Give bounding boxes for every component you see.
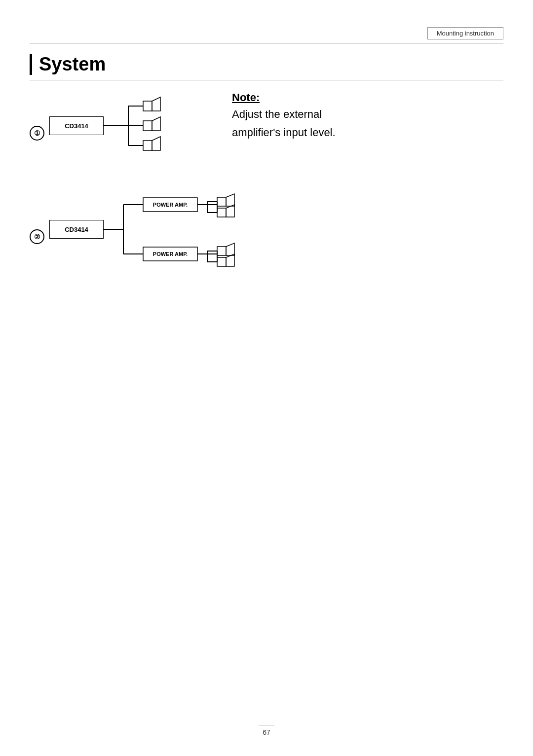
page-title: System bbox=[30, 54, 503, 75]
svg-rect-32 bbox=[217, 257, 226, 266]
diagram-1-svg bbox=[104, 96, 202, 155]
main-content: ① CD3414 bbox=[30, 91, 503, 269]
svg-rect-30 bbox=[217, 247, 226, 255]
svg-marker-21 bbox=[226, 194, 234, 206]
diagrams-container: ① CD3414 bbox=[30, 91, 503, 269]
page-header: Mounting instruction bbox=[30, 27, 503, 39]
footer: 67 bbox=[0, 725, 533, 736]
diagram-1-cd-box: CD3414 bbox=[49, 116, 104, 135]
svg-marker-31 bbox=[226, 243, 234, 255]
header-rule bbox=[30, 43, 503, 44]
svg-rect-7 bbox=[143, 121, 152, 131]
svg-rect-20 bbox=[217, 197, 226, 206]
svg-rect-5 bbox=[143, 101, 152, 111]
svg-rect-22 bbox=[217, 208, 226, 217]
diagram-1-number: ① bbox=[30, 126, 44, 141]
note-title: Note: bbox=[232, 91, 336, 104]
diagram-row-2: ② CD3414 POWE bbox=[30, 185, 503, 269]
diagram-1-left: ① CD3414 bbox=[30, 96, 202, 155]
svg-text:POWER AMP.: POWER AMP. bbox=[153, 251, 188, 257]
header-label: Mounting instruction bbox=[427, 27, 503, 39]
diagram-2-cd-box: CD3414 bbox=[49, 220, 104, 239]
svg-marker-6 bbox=[152, 97, 160, 111]
title-rule bbox=[30, 80, 503, 80]
diagram-2-svg: POWER AMP. POWER AMP. bbox=[104, 190, 311, 269]
svg-text:POWER AMP.: POWER AMP. bbox=[153, 202, 188, 208]
page-title-section: System bbox=[30, 54, 503, 80]
diagram-2-left: ② CD3414 POWE bbox=[30, 190, 311, 269]
diagram-row-1: ① CD3414 bbox=[30, 91, 503, 155]
diagram-2-number: ② bbox=[30, 229, 44, 244]
note-line1: Adjust the external bbox=[232, 107, 336, 122]
page-number: 67 bbox=[259, 725, 274, 736]
svg-rect-9 bbox=[143, 141, 152, 150]
svg-marker-8 bbox=[152, 117, 160, 131]
note-section: Note: Adjust the external amplifier's in… bbox=[232, 91, 336, 141]
svg-marker-10 bbox=[152, 137, 160, 150]
note-line2: amplifier's input level. bbox=[232, 125, 336, 141]
